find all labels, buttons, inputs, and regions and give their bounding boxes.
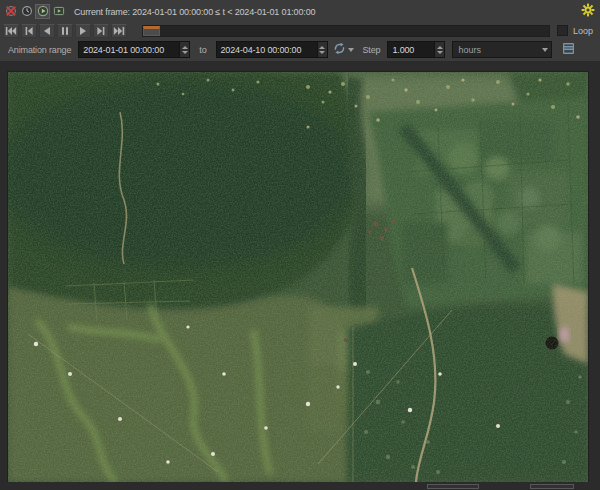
animation-range-label: Animation range — [8, 45, 71, 55]
pause-button[interactable] — [57, 24, 73, 38]
step-label: Step — [363, 45, 381, 55]
temporal-navigation-off-button[interactable] — [3, 4, 18, 19]
bottom-edge-tab — [427, 484, 479, 489]
range-end-value: 2024-04-10 00:00:00 — [217, 42, 317, 57]
to-label: to — [199, 45, 206, 55]
temporal-controller-panel: Current frame: 2024-01-01 00:00:00 ≤ t <… — [0, 0, 600, 62]
range-start-spinner[interactable] — [179, 42, 189, 57]
play-backward-icon — [41, 22, 53, 40]
play-backward-button[interactable] — [39, 24, 55, 38]
bottom-edge-tab — [530, 484, 574, 489]
temporal-settings-button[interactable] — [580, 4, 595, 19]
step-unit-combo[interactable]: hours — [452, 41, 552, 58]
movie-mode-icon — [53, 3, 65, 21]
play-forward-icon — [77, 22, 89, 40]
export-animation-icon — [562, 42, 575, 57]
bottom-panel-edge — [0, 482, 600, 490]
range-end-input[interactable]: 2024-04-10 00:00:00 — [216, 41, 328, 58]
current-frame-label: Current frame: 2024-01-01 00:00:00 ≤ t <… — [74, 7, 315, 17]
jump-to-end-icon — [113, 22, 125, 40]
temporal-navigation-off-icon — [5, 3, 17, 21]
movie-mode-button[interactable] — [51, 4, 66, 19]
step-value: 1.000 — [388, 42, 434, 57]
fixed-range-temporal-navigation-button[interactable] — [19, 4, 34, 19]
animated-temporal-navigation-button[interactable] — [35, 4, 50, 19]
loop-label: Loop — [573, 26, 593, 36]
jump-to-end-button[interactable] — [111, 24, 127, 38]
playback-controls-row: Loop — [3, 23, 595, 38]
step-spinner[interactable] — [434, 42, 444, 57]
step-back-button[interactable] — [21, 24, 37, 38]
play-forward-button[interactable] — [75, 24, 91, 38]
loop-checkbox[interactable] — [557, 25, 568, 36]
refresh-options-caret[interactable] — [348, 48, 354, 52]
animation-range-row: Animation range 2024-01-01 00:00:00 to 2… — [8, 41, 595, 58]
animated-temporal-navigation-icon — [37, 3, 49, 21]
step-back-icon — [23, 22, 35, 40]
step-forward-icon — [95, 22, 107, 40]
satellite-imagery — [8, 72, 588, 482]
jump-to-start-button[interactable] — [3, 24, 19, 38]
navigation-mode-row: Current frame: 2024-01-01 00:00:00 ≤ t <… — [3, 3, 595, 20]
refresh-range-icon — [333, 42, 346, 57]
jump-to-start-icon — [5, 22, 17, 40]
fixed-range-temporal-navigation-icon — [21, 3, 33, 21]
range-start-input[interactable]: 2024-01-01 00:00:00 — [78, 41, 190, 58]
step-forward-button[interactable] — [93, 24, 109, 38]
gear-icon — [581, 3, 595, 21]
range-end-spinner[interactable] — [317, 42, 327, 57]
map-frame — [0, 62, 600, 490]
range-start-value: 2024-01-01 00:00:00 — [79, 42, 179, 57]
export-animation-button[interactable] — [560, 42, 576, 58]
pause-icon — [59, 22, 71, 40]
map-canvas[interactable] — [8, 72, 588, 482]
time-slider-handle[interactable] — [143, 26, 160, 36]
step-input[interactable]: 1.000 — [387, 41, 445, 58]
refresh-range-button[interactable] — [332, 42, 348, 58]
time-slider[interactable] — [142, 25, 550, 37]
step-unit-value: hours — [453, 45, 539, 55]
